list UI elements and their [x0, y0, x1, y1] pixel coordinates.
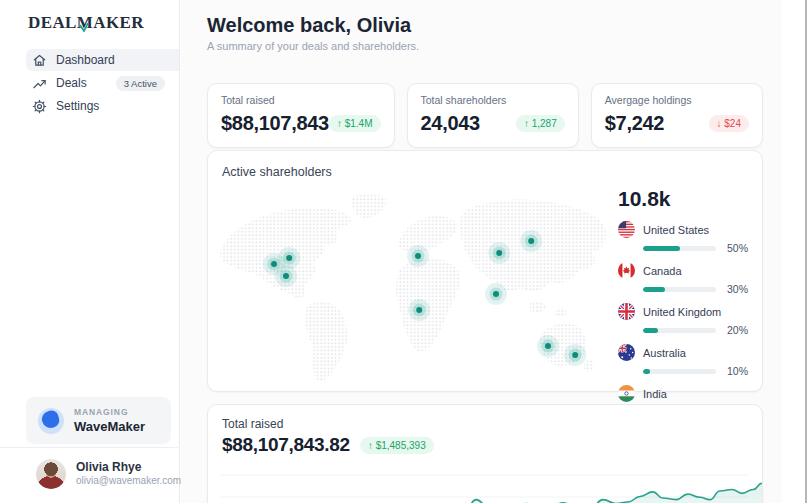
country-row-australia: Australia 10% — [618, 344, 748, 377]
country-name: Canada — [643, 265, 682, 277]
map-marker — [275, 265, 297, 287]
total-raised-delta-badge: ↑ $1,485,393 — [360, 437, 434, 454]
stat-label: Total raised — [221, 94, 381, 106]
user-avatar[interactable] — [36, 459, 66, 489]
page-title: Welcome back, Olivia — [207, 14, 411, 37]
stat-value: $88,107,843 — [221, 112, 329, 135]
stat-delta-badge: ↑ $1.4M — [329, 115, 381, 132]
map-marker — [485, 283, 507, 305]
country-progress-track — [643, 369, 716, 374]
sidebar-item-label: Deals — [56, 76, 87, 90]
country-percent: 10% — [722, 365, 748, 377]
active-shareholders-total: 10.8k — [618, 187, 748, 211]
country-progress-track — [643, 328, 716, 333]
canada-flag-icon — [618, 262, 635, 279]
stat-card-total-shareholders[interactable]: Total shareholders 24,043 ↑ 1,287 — [407, 83, 579, 148]
stat-value: $7,242 — [605, 112, 664, 135]
scrollbar-track[interactable] — [783, 0, 807, 503]
active-shareholders-title: Active shareholders — [222, 165, 332, 179]
map-marker — [407, 245, 429, 267]
page-subtitle: A summary of your deals and shareholders… — [207, 40, 419, 52]
total-raised-value: $88,107,843.82 — [222, 434, 350, 456]
dealmaker-dashboard-app: DEALMAKER Dashboard Deals 3 Active Setti — [0, 0, 807, 503]
user-profile-row: Olivia Rhye olivia@wavemaker.com — [0, 447, 178, 503]
india-flag-icon — [618, 385, 635, 402]
map-marker — [488, 242, 510, 264]
country-progress-fill — [643, 246, 680, 251]
home-icon — [32, 53, 47, 68]
trend-up-icon — [32, 76, 47, 91]
country-row-united-states: United States 50% — [618, 221, 748, 254]
total-raised-chart-card: Total raised $88,107,843.82 ↑ $1,485,393 — [207, 404, 763, 503]
stat-delta-badge: ↑ 1,287 — [516, 115, 565, 132]
stat-delta-badge: ↓ $24 — [709, 115, 749, 132]
country-progress-fill — [643, 369, 650, 374]
country-name: Australia — [643, 347, 686, 359]
active-shareholders-card: Active shareholders — [207, 150, 763, 392]
map-marker — [564, 344, 586, 366]
country-name: United Kingdom — [643, 306, 721, 318]
dealmaker-logo[interactable]: DEALMAKER — [28, 13, 144, 33]
sidebar-item-settings[interactable]: Settings — [26, 95, 179, 117]
total-raised-title: Total raised — [222, 417, 283, 431]
sidebar: DEALMAKER Dashboard Deals 3 Active Setti — [0, 0, 180, 503]
world-map — [212, 191, 612, 387]
country-percent: 50% — [722, 242, 748, 254]
stat-card-total-raised[interactable]: Total raised $88,107,843 ↑ $1.4M — [207, 83, 395, 148]
stats-row: Total raised $88,107,843 ↑ $1.4M Total s… — [207, 83, 763, 148]
uk-flag-icon — [618, 303, 635, 320]
country-name: India — [643, 388, 667, 400]
map-marker — [408, 299, 430, 321]
sidebar-item-label: Settings — [56, 99, 99, 113]
stat-label: Total shareholders — [421, 94, 565, 106]
australia-flag-icon — [618, 344, 635, 361]
total-raised-area-chart — [208, 461, 762, 503]
map-marker — [520, 230, 542, 252]
sidebar-item-dashboard[interactable]: Dashboard — [26, 49, 179, 71]
country-progress-fill — [643, 328, 658, 333]
main-content: Welcome back, Olivia A summary of your d… — [181, 0, 782, 503]
logo-check-icon — [79, 17, 89, 37]
user-name: Olivia Rhye — [76, 460, 181, 475]
us-flag-icon — [618, 221, 635, 238]
map-marker — [537, 335, 559, 357]
sidebar-nav: Dashboard Deals 3 Active Settings — [26, 49, 179, 118]
gear-icon — [32, 99, 47, 114]
country-row-canada: Canada 30% — [618, 262, 748, 295]
country-row-united-kingdom: United Kingdom 20% — [618, 303, 748, 336]
country-progress-track — [643, 246, 716, 251]
sidebar-item-label: Dashboard — [56, 53, 115, 67]
country-name: United States — [643, 224, 709, 236]
deals-active-badge: 3 Active — [116, 76, 165, 91]
user-email: olivia@wavemaker.com — [76, 475, 181, 488]
country-percent: 30% — [722, 283, 748, 295]
country-progress-track — [643, 287, 716, 292]
managing-org-name: WaveMaker — [74, 419, 145, 434]
wavemaker-logo-icon — [38, 408, 64, 434]
stat-label: Avergage holdings — [605, 94, 749, 106]
country-breakdown-panel: 10.8k United States 50% Canada — [618, 187, 748, 426]
managing-label: MANAGING — [74, 407, 145, 417]
country-progress-fill — [643, 287, 665, 292]
managing-org-card[interactable]: MANAGING WaveMaker — [26, 397, 171, 444]
sidebar-item-deals[interactable]: Deals 3 Active — [26, 72, 179, 94]
stat-value: 24,043 — [421, 112, 480, 135]
stat-card-average-holdings[interactable]: Avergage holdings $7,242 ↓ $24 — [591, 83, 763, 148]
country-percent: 20% — [722, 324, 748, 336]
